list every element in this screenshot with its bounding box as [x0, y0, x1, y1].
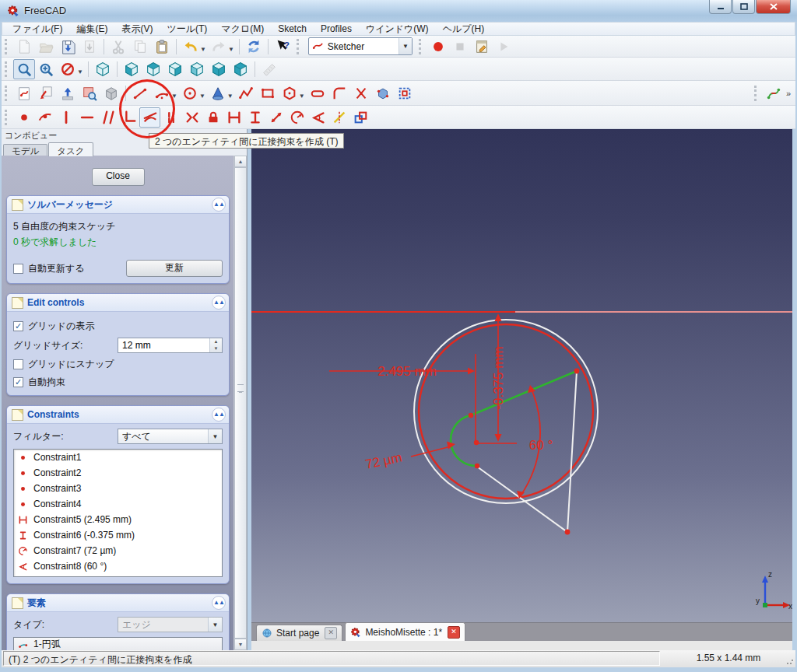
- copy-button[interactable]: [129, 37, 151, 57]
- con-horizontal-button[interactable]: [76, 107, 97, 128]
- sketch-circle[interactable]: [419, 324, 593, 499]
- constraint-list-item[interactable]: Constraint5 (2.495 mm): [14, 512, 222, 527]
- whats-this-button[interactable]: ?: [272, 37, 293, 57]
- con-lock-button[interactable]: [202, 107, 223, 128]
- toolbar-grip[interactable]: [419, 39, 423, 54]
- sketch-line-green[interactable]: [471, 371, 577, 415]
- view-section-button[interactable]: [100, 83, 122, 103]
- 3d-viewport[interactable]: 2.495 mm -0.375 mm 72 µm 60 °: [251, 129, 792, 622]
- menu-h[interactable]: ヘルプ(H): [436, 22, 492, 37]
- resize-grip[interactable]: [786, 657, 794, 665]
- constraint-filter-dropdown[interactable]: すべて▼: [118, 429, 223, 444]
- toolbar-overflow-chevron[interactable]: »: [786, 89, 791, 98]
- geo-slot-button[interactable]: [307, 83, 328, 103]
- view-bottom-button[interactable]: [208, 59, 230, 79]
- geo-construction-button[interactable]: [394, 83, 416, 103]
- view-right-button[interactable]: [164, 59, 186, 79]
- geo-polyline-button[interactable]: [235, 83, 257, 103]
- fit-all-button[interactable]: [13, 59, 35, 79]
- view-iso-button[interactable]: [92, 59, 114, 79]
- con-vdistance-button[interactable]: [244, 107, 265, 128]
- con-point-on-object-button[interactable]: [34, 107, 55, 128]
- dim-angle-label[interactable]: 60 °: [529, 438, 553, 453]
- con-hdistance-button[interactable]: [223, 107, 244, 128]
- geo-rect-button[interactable]: [257, 83, 279, 103]
- snap-grid-checkbox[interactable]: [13, 359, 23, 369]
- toolbar-grip[interactable]: [754, 86, 759, 101]
- measure-button[interactable]: [258, 59, 280, 79]
- grid-size-spinbox[interactable]: ▲▼: [118, 338, 223, 353]
- element-list-item[interactable]: 1-円弧: [14, 638, 222, 650]
- view-top-button[interactable]: [142, 59, 164, 79]
- menu-v[interactable]: 表示(V): [114, 22, 160, 37]
- open-button[interactable]: [35, 37, 57, 57]
- tab-close-icon[interactable]: ✕: [448, 626, 460, 639]
- tab-close-icon[interactable]: ✕: [325, 627, 337, 639]
- macro-edit-button[interactable]: [471, 37, 493, 57]
- geo-trim-button[interactable]: [350, 83, 372, 103]
- dim-horizontal-label[interactable]: 2.495 mm: [377, 364, 437, 379]
- minimize-button[interactable]: [709, 0, 732, 14]
- constraint-list-item[interactable]: Constraint8 (60 °): [14, 558, 222, 574]
- grid-size-input[interactable]: [118, 338, 209, 352]
- con-coincident-button[interactable]: [13, 107, 34, 128]
- menu-e[interactable]: 編集(E): [69, 22, 114, 37]
- menu-t[interactable]: ツール(T): [160, 22, 214, 37]
- task-scrollbar[interactable]: ▲ ▼: [233, 156, 247, 650]
- toolbar-grip[interactable]: [5, 86, 9, 101]
- con-vertical-button[interactable]: [55, 107, 76, 128]
- sketch-arc-green[interactable]: [451, 415, 477, 466]
- menu-profiles[interactable]: Profiles: [314, 23, 359, 35]
- collapse-section-icon[interactable]: ▲▲: [212, 408, 226, 422]
- geo-line-button[interactable]: [129, 83, 151, 103]
- collapse-section-icon[interactable]: ▲▲: [212, 296, 226, 310]
- con-symmetric-button[interactable]: [181, 107, 202, 128]
- toolbar-grip[interactable]: [297, 39, 301, 54]
- constraint-list-item[interactable]: Constraint4: [14, 496, 222, 512]
- geo-arc-button[interactable]: [151, 83, 173, 103]
- constraint-list-item[interactable]: Constraint7 (72 µm): [14, 543, 222, 558]
- paste-button[interactable]: [151, 37, 173, 57]
- dim-vertical-label[interactable]: -0.375 mm: [491, 346, 506, 409]
- macro-play-button[interactable]: [493, 37, 514, 57]
- con-radius-button[interactable]: [286, 107, 307, 128]
- dim-radius-label[interactable]: 72 µm: [364, 450, 404, 471]
- toolbar-grip[interactable]: [5, 61, 9, 77]
- con-equal-button[interactable]: [160, 107, 181, 128]
- mdi-tab-start-page[interactable]: Start page✕: [256, 625, 342, 641]
- geo-external-button[interactable]: [372, 83, 394, 103]
- con-distance-button[interactable]: [265, 107, 286, 128]
- toolbar-grip[interactable]: [5, 39, 9, 54]
- constraint-list-item[interactable]: Constraint1: [14, 450, 222, 465]
- geo-circle-button[interactable]: [179, 83, 201, 103]
- dim-radius[interactable]: [411, 442, 455, 457]
- refresh-button[interactable]: [243, 37, 265, 57]
- constraint-list-item[interactable]: Constraint6 (-0.375 mm): [14, 527, 222, 543]
- bspline-tools-button[interactable]: [763, 83, 785, 103]
- constraint-list-item[interactable]: Constraint3: [14, 481, 222, 496]
- view-left-button[interactable]: [230, 59, 251, 79]
- zoom-box-button[interactable]: [35, 59, 57, 79]
- geo-fillet-button[interactable]: [328, 83, 350, 103]
- toolbar-grip[interactable]: [5, 110, 9, 125]
- auto-update-checkbox[interactable]: [13, 264, 23, 274]
- constraint-list-item[interactable]: Constraint2: [14, 465, 222, 481]
- combo-tab-model[interactable]: モデル: [3, 144, 47, 156]
- macro-record-button[interactable]: [427, 37, 449, 57]
- con-perpendicular-button[interactable]: [118, 107, 139, 128]
- sketch-new-button[interactable]: [13, 83, 35, 103]
- con-snell-button[interactable]: [328, 107, 349, 128]
- con-angle-button[interactable]: [307, 107, 328, 128]
- collapse-section-icon[interactable]: ▲▲: [212, 198, 226, 212]
- draw-style-button[interactable]: [57, 59, 79, 79]
- redo-button[interactable]: [208, 37, 230, 57]
- view-rear-button[interactable]: [186, 59, 208, 79]
- scrollbar-thumb[interactable]: [234, 167, 247, 639]
- workbench-selector[interactable]: Sketcher▼: [308, 37, 413, 55]
- save-button[interactable]: [57, 37, 79, 57]
- auto-constraint-checkbox[interactable]: ✓: [13, 377, 23, 387]
- view-front-button[interactable]: [121, 59, 142, 79]
- import-button[interactable]: [79, 37, 100, 57]
- cut-button[interactable]: [107, 37, 129, 57]
- task-close-button[interactable]: Close: [92, 168, 145, 186]
